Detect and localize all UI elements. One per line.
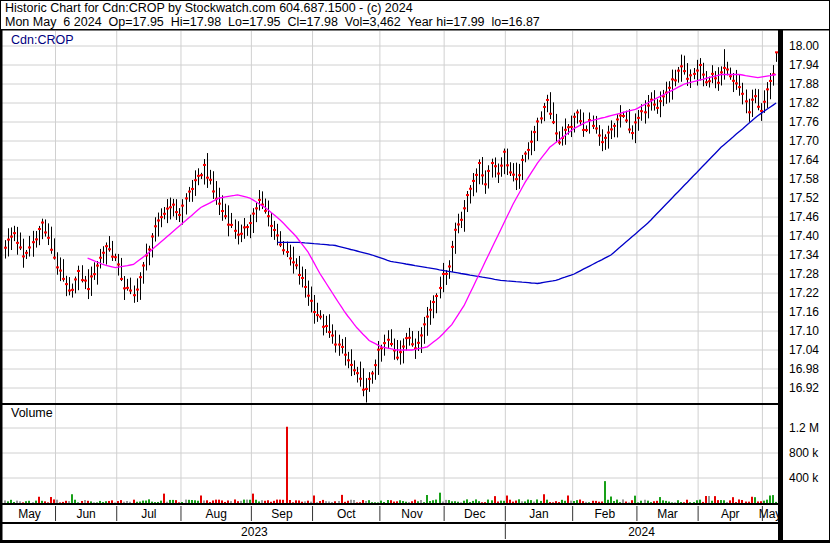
- month-label: Mar: [657, 507, 678, 521]
- price-axis-labels: 18.0017.9417.8817.8217.7617.7017.6417.58…: [789, 39, 819, 395]
- price-tick-label: 17.34: [789, 248, 819, 262]
- volume-tick-label: 1.2 M: [789, 421, 819, 435]
- month-label: Feb: [594, 507, 615, 521]
- stockwatch-historic-chart-window: Historic Chart for Cdn:CROP by Stockwatc…: [0, 0, 830, 543]
- volume-axis-labels: 1.2 M800 k400 k: [789, 421, 819, 485]
- year-label: 2024: [628, 525, 655, 539]
- price-tick-label: 16.92: [789, 381, 819, 395]
- month-label: Aug: [205, 507, 226, 521]
- month-label: May: [18, 507, 41, 521]
- price-tick-label: 17.88: [789, 77, 819, 91]
- price-tick-label: 17.52: [789, 191, 819, 205]
- month-label: Dec: [464, 507, 485, 521]
- price-tick-label: 17.70: [789, 134, 819, 148]
- month-label: Oct: [337, 507, 356, 521]
- year-label: 2023: [241, 525, 268, 539]
- month-label: Jul: [141, 507, 156, 521]
- price-tick-label: 17.16: [789, 305, 819, 319]
- month-label: Jan: [529, 507, 548, 521]
- price-tick-label: 16.98: [789, 362, 819, 376]
- price-tick-label: 17.28: [789, 267, 819, 281]
- long-moving-average-line: [277, 103, 776, 284]
- price-tick-label: 17.46: [789, 210, 819, 224]
- month-label: Jun: [76, 507, 95, 521]
- price-tick-label: 17.22: [789, 286, 819, 300]
- price-tick-label: 17.76: [789, 115, 819, 129]
- price-tick-label: 18.00: [789, 39, 819, 53]
- price-tick-label: 17.94: [789, 58, 819, 72]
- volume-tick-label: 400 k: [789, 471, 819, 485]
- volume-pane-label: Volume: [11, 406, 53, 420]
- month-label: Nov: [401, 507, 422, 521]
- price-tick-label: 17.40: [789, 229, 819, 243]
- price-tick-label: 17.58: [789, 172, 819, 186]
- price-tick-label: 17.10: [789, 324, 819, 338]
- symbol-label: Cdn:CROP: [11, 33, 74, 47]
- volume-pane-label: Volume: [11, 406, 53, 420]
- volume-bars: [4, 427, 777, 503]
- symbol-label: Cdn:CROP: [11, 33, 74, 47]
- short-moving-average-line: [88, 75, 777, 351]
- year-labels: 20232024: [241, 525, 655, 539]
- month-label: Sep: [271, 507, 293, 521]
- month-label: Apr: [721, 507, 740, 521]
- price-tick-label: 17.82: [789, 96, 819, 110]
- chart-canvas[interactable]: 18.0017.9417.8817.8217.7617.7017.6417.58…: [0, 0, 830, 543]
- volume-tick-label: 800 k: [789, 446, 819, 460]
- month-labels: MayJunJulAugSepOctNovDecJanFebMarAprMay: [18, 507, 781, 521]
- price-tick-label: 17.64: [789, 153, 819, 167]
- month-label: May: [759, 507, 782, 521]
- price-tick-label: 17.04: [789, 343, 819, 357]
